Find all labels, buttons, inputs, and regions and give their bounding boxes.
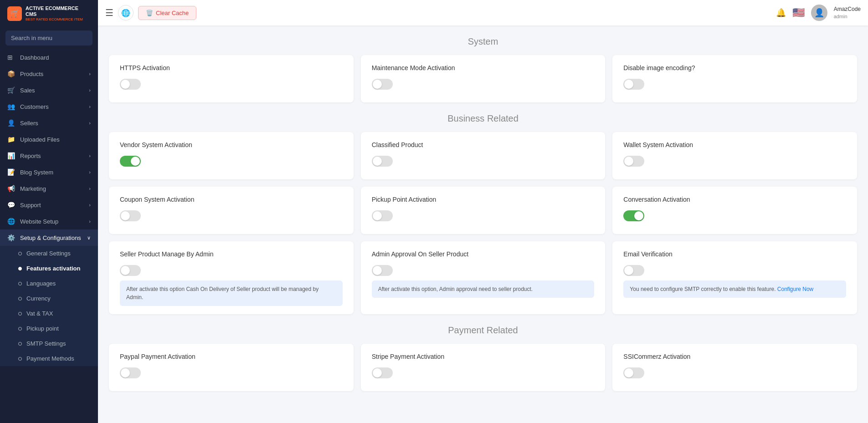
nav-website-setup-label: Website Setup [20, 218, 58, 225]
app-name: ACTIVE ECOMMERCE CMS [26, 5, 91, 17]
nav-customers[interactable]: 👥 Customers › [0, 98, 98, 115]
maintenance-toggle-wrap [372, 79, 595, 90]
clear-cache-button[interactable]: 🗑️ Clear Cache [138, 6, 196, 20]
dot-general [18, 252, 22, 255]
subnav-smtp-label: SMTP Settings [26, 340, 66, 347]
globe-button[interactable]: 🌐 [118, 5, 134, 20]
conversation-title: Conversation Activation [623, 196, 846, 203]
subnav-pickup-point[interactable]: Pickup point [0, 321, 98, 336]
blog-icon: 📝 [7, 168, 15, 176]
admin-approval-toggle[interactable] [372, 265, 393, 276]
seller-manage-title: Seller Product Manage By Admin [120, 250, 343, 258]
language-flag[interactable]: 🇺🇸 [792, 7, 805, 19]
vendor-toggle[interactable] [120, 156, 141, 167]
business-cards-grid: Vendor System Activation Classified Prod… [109, 132, 857, 314]
stripe-toggle[interactable] [372, 367, 393, 378]
coupon-toggle-wrap [120, 210, 343, 221]
nav-sellers[interactable]: 👤 Sellers › [0, 115, 98, 131]
notification-icon[interactable]: 🔔 [776, 8, 786, 18]
nav-setup-configurations[interactable]: ⚙️ Setup & Configurations ∨ [0, 229, 98, 246]
nav-website-setup[interactable]: 🌐 Website Setup › [0, 213, 98, 229]
dot-smtp [18, 342, 22, 346]
configure-now-link[interactable]: Configure Now [777, 286, 813, 292]
nav-support[interactable]: 💬 Support › [0, 197, 98, 213]
pickup-activation-title: Pickup Point Activation [372, 196, 595, 203]
nav-support-label: Support [20, 202, 41, 209]
blog-arrow-icon: › [89, 169, 91, 175]
subnav-currency[interactable]: Currency [0, 291, 98, 306]
image-encoding-toggle-wrap [623, 79, 846, 90]
maintenance-toggle[interactable] [372, 79, 393, 90]
payment-section-title: Payment Related [109, 325, 857, 336]
email-verification-toggle[interactable] [623, 265, 644, 276]
paypal-title: Paypal Payment Activation [120, 353, 343, 360]
nav-marketing-label: Marketing [20, 185, 46, 192]
nav-sales[interactable]: 🛒 Sales › [0, 82, 98, 98]
card-sslcommerz: SSICommerz Activation [612, 344, 857, 391]
dot-payment [18, 357, 22, 361]
dot-pickup [18, 327, 22, 331]
sidebar: 🛒 ACTIVE ECOMMERCE CMS BEST RATED ECOMME… [0, 0, 98, 423]
email-verification-title: Email Verification [623, 250, 846, 258]
card-seller-product-manage: Seller Product Manage By Admin After act… [109, 241, 354, 314]
support-arrow-icon: › [89, 202, 91, 208]
vendor-title: Vendor System Activation [120, 141, 343, 148]
customers-arrow-icon: › [89, 104, 91, 109]
card-vendor-system: Vendor System Activation [109, 132, 354, 179]
card-https-title: HTTPS Activation [120, 64, 343, 71]
subnav-general-settings[interactable]: General Settings [0, 246, 98, 261]
conversation-toggle-wrap [623, 210, 846, 221]
dot-currency [18, 297, 22, 301]
app-tagline: BEST RATED ECOMMERCE ITEM [26, 17, 91, 21]
nav-blog-system[interactable]: 📝 Blog System › [0, 164, 98, 180]
nav-marketing[interactable]: 📢 Marketing › [0, 180, 98, 197]
card-admin-approval: Admin Approval On Seller Product After a… [361, 241, 606, 314]
coupon-toggle[interactable] [120, 210, 141, 221]
wallet-title: Wallet System Activation [623, 141, 846, 148]
stripe-toggle-wrap [372, 367, 595, 378]
email-verification-toggle-wrap [623, 265, 846, 276]
uploaded-files-icon: 📁 [7, 136, 15, 143]
nav-reports[interactable]: 📊 Reports › [0, 148, 98, 164]
card-email-verification: Email Verification You need to configure… [612, 241, 857, 314]
stripe-title: Stripe Payment Activation [372, 353, 595, 360]
subnav-languages-label: Languages [26, 280, 56, 287]
nav-products[interactable]: 📦 Products › [0, 66, 98, 82]
nav-uploaded-files[interactable]: 📁 Uploaded Files [0, 131, 98, 148]
website-setup-arrow-icon: › [89, 219, 91, 224]
sslcommerz-toggle[interactable] [623, 367, 644, 378]
nav-dashboard[interactable]: ⊞ Dashboard [0, 49, 98, 66]
setup-submenu: General Settings Features activation Lan… [0, 246, 98, 366]
admin-approval-info: After activate this option, Admin approv… [372, 280, 595, 298]
business-section-title: Business Related [109, 113, 857, 124]
conversation-toggle[interactable] [623, 210, 644, 221]
pickup-toggle[interactable] [372, 210, 393, 221]
search-input[interactable] [5, 31, 92, 46]
topbar: ☰ 🌐 🗑️ Clear Cache 🔔 🇺🇸 👤 AmazCode admin [98, 0, 868, 25]
subnav-features-activation[interactable]: Features activation [0, 261, 98, 276]
subnav-languages[interactable]: Languages [0, 276, 98, 291]
card-maintenance-title: Maintenance Mode Activation [372, 64, 595, 71]
nav-blog-label: Blog System [20, 169, 53, 176]
nav-sales-label: Sales [20, 87, 35, 94]
hamburger-icon[interactable]: ☰ [105, 7, 113, 18]
classified-toggle[interactable] [372, 156, 393, 167]
subnav-pickup-label: Pickup point [26, 325, 59, 332]
card-coupon-system: Coupon System Activation [109, 187, 354, 234]
paypal-toggle[interactable] [120, 367, 141, 378]
admin-approval-title: Admin Approval On Seller Product [372, 250, 595, 258]
nav-setup-label: Setup & Configurations [20, 234, 81, 241]
main-content: System HTTPS Activation Maintenance Mode… [98, 25, 868, 423]
wallet-toggle[interactable] [623, 156, 644, 167]
subnav-payment-methods[interactable]: Payment Methods [0, 351, 98, 366]
image-encoding-toggle[interactable] [623, 79, 644, 90]
card-image-encoding-title: Disable image encoding? [623, 64, 846, 71]
https-toggle[interactable] [120, 79, 141, 90]
subnav-smtp[interactable]: SMTP Settings [0, 336, 98, 351]
subnav-vat-label: Vat & TAX [26, 310, 53, 317]
support-icon: 💬 [7, 201, 15, 209]
card-paypal: Paypal Payment Activation [109, 344, 354, 391]
seller-manage-toggle[interactable] [120, 265, 141, 276]
subnav-vat-tax[interactable]: Vat & TAX [0, 306, 98, 321]
customers-icon: 👥 [7, 103, 15, 110]
